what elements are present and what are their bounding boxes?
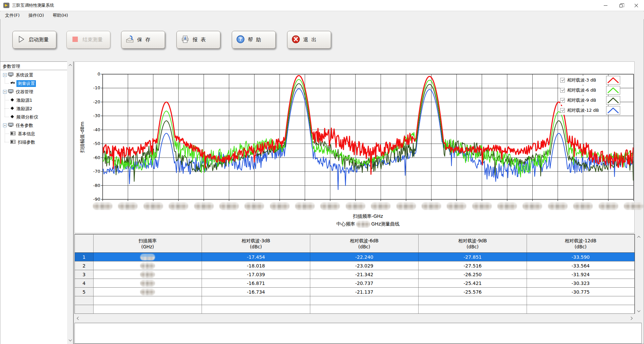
legend-entry-2: 相对载波-9 dB <box>560 96 620 105</box>
tree-item-label: 测量设置 <box>16 80 36 87</box>
obscured-x-tick-label <box>270 202 289 210</box>
obscured-x-tick-label <box>169 202 188 210</box>
tree-scroll-up-button[interactable] <box>67 62 73 68</box>
legend-checkbox[interactable] <box>560 88 565 93</box>
tree-connector-line <box>5 100 10 100</box>
report-button[interactable]: 报 表 <box>176 31 220 49</box>
legend-entry-0: 相对载波-3 dB <box>560 76 620 85</box>
help-button[interactable]: ?帮 助 <box>232 31 276 49</box>
save-button[interactable]: 保 存 <box>121 31 165 49</box>
frequency-cell <box>94 270 202 279</box>
table-row-4[interactable]: 4-16.871-20.737-25.421-30.323 <box>75 279 635 288</box>
row-index-cell: 1 <box>75 253 94 261</box>
table-scroll-right-button[interactable] <box>629 315 634 321</box>
table-header-row: 扫描频率(GHz)相对载波-3dB(dBc)相对载波-6dB(dBc)相对载波-… <box>75 235 635 253</box>
exit-icon <box>291 35 300 45</box>
column-title: 扫描频率 <box>139 238 157 244</box>
table-row-1[interactable]: 1-17.454-22.240-27.851-33.590 <box>75 253 635 261</box>
tree-item-任务参数[interactable]: 任务参数 <box>3 121 34 130</box>
table-header-col-0: 扫描频率(GHz) <box>94 235 202 252</box>
table-scroll-left-button[interactable] <box>75 315 81 321</box>
tree-item-系统设置[interactable]: 系统设置 <box>3 71 34 79</box>
obscured-x-tick-label <box>548 202 568 210</box>
tree-connector-line <box>5 94 5 117</box>
table-row-6[interactable] <box>75 296 635 305</box>
value-cell: -17.454 <box>202 253 310 261</box>
restore-button[interactable] <box>613 0 629 11</box>
tree-connector-line <box>5 77 5 84</box>
column-unit: (dBc) <box>467 244 479 250</box>
start-button[interactable]: 启动测量 <box>12 31 56 49</box>
results-table: 扫描频率(GHz)相对载波-3dB(dBc)相对载波-6dB(dBc)相对载波-… <box>74 234 635 314</box>
collapse-expander-icon[interactable] <box>3 73 7 77</box>
table-header-index <box>75 235 94 252</box>
row-index-cell <box>75 296 94 305</box>
minimize-button[interactable] <box>598 0 613 11</box>
collapse-expander-icon[interactable] <box>3 90 7 94</box>
menu-item-1[interactable]: 操作(O) <box>24 12 48 19</box>
exit-button[interactable]: 退 出 <box>287 31 331 49</box>
obscured-x-tick-label <box>624 202 643 210</box>
tree-item-扫描参数[interactable]: 扫描参数 <box>10 138 36 146</box>
tree-connector-line <box>5 128 5 142</box>
table-vertical-scrollbar[interactable] <box>636 234 642 314</box>
table-row-3[interactable]: 3-17.039-21.342-26.250-31.924 <box>75 270 635 279</box>
obscured-frequency-value <box>140 289 155 295</box>
toolbar-button-label: 启动测量 <box>29 37 49 43</box>
tree-item-频谱分析仪[interactable]: 频谱分析仪 <box>10 113 39 121</box>
chevron-down-icon <box>637 309 640 312</box>
tree-item-激励源2[interactable]: 激励源2 <box>10 104 33 113</box>
value-cell: -30.323 <box>527 279 635 287</box>
obscured-x-tick-label <box>472 202 492 210</box>
table-scroll-down-button[interactable] <box>636 308 642 314</box>
collapse-expander-icon[interactable] <box>3 124 7 127</box>
title-bar: 三阶互调特性测量系统 <box>0 0 644 11</box>
tree-item-仪器管理[interactable]: 仪器管理 <box>3 88 34 96</box>
y-tick-label: -70 <box>87 169 100 174</box>
labview-app-icon <box>3 3 9 8</box>
legend-checkbox[interactable] <box>560 98 565 103</box>
window-title: 三阶互调特性测量系统 <box>12 3 54 8</box>
obscured-x-tick-label <box>523 202 542 210</box>
obscured-frequency-value <box>140 271 155 278</box>
legend-checkbox[interactable] <box>560 78 565 83</box>
menu-item-2[interactable]: 帮助(H) <box>48 12 72 19</box>
value-cell <box>310 305 419 313</box>
stop-icon <box>71 35 79 45</box>
tree-item-激励源1[interactable]: 激励源1 <box>10 96 33 104</box>
close-button[interactable] <box>629 0 644 11</box>
panel-splitter[interactable] <box>73 61 74 344</box>
menu-item-0[interactable]: 文件(F) <box>1 12 24 19</box>
value-cell: -25.576 <box>419 288 527 296</box>
obscured-x-tick-label <box>320 202 340 210</box>
legend-label: 相对载波-9 dB <box>567 97 606 103</box>
device-node-icon <box>8 72 15 78</box>
legend-line-sample <box>606 86 620 95</box>
legend-entry-3: 相对载波-12 dB <box>560 106 620 115</box>
table-row-2[interactable]: 2-18.018-23.029-27.516-33.564 <box>75 261 635 270</box>
tree-scroll-down-button[interactable] <box>67 337 73 343</box>
table-row-7[interactable] <box>75 305 635 314</box>
obscured-x-tick-label <box>93 202 112 210</box>
tree-item-基本信息[interactable]: 基本信息 <box>10 130 36 138</box>
table-horizontal-scrollbar[interactable] <box>74 315 635 322</box>
tree-item-label: 激励源1 <box>15 97 33 104</box>
chevron-up-icon <box>637 236 640 239</box>
toolbar-button-label: 报 表 <box>193 37 206 43</box>
row-index-cell: 5 <box>75 288 94 296</box>
legend-checkbox[interactable] <box>560 108 565 113</box>
legend-line-sample <box>606 76 620 85</box>
tree-scrollbar[interactable] <box>67 61 73 344</box>
restore-icon <box>620 4 623 7</box>
table-row-5[interactable]: 5-16.734-21.137-25.576-30.775 <box>75 288 635 296</box>
value-cell <box>527 305 635 313</box>
obscured-x-tick-label <box>573 202 593 210</box>
tree-connector-line <box>5 134 10 134</box>
tree-item-label: 激励源2 <box>15 105 33 112</box>
column-unit: (dBc) <box>575 244 587 250</box>
value-cell <box>310 296 419 305</box>
table-scroll-up-button[interactable] <box>636 234 642 240</box>
obscured-x-tick-label <box>599 202 618 210</box>
tree-item-测量设置[interactable]: 测量设置 <box>10 79 36 88</box>
value-cell: -17.039 <box>202 270 310 279</box>
